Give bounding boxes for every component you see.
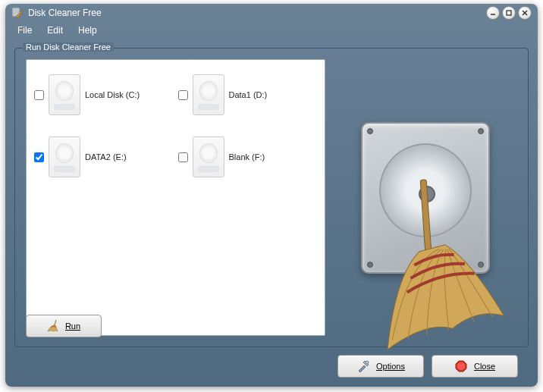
stop-icon (454, 359, 468, 373)
svg-point-7 (366, 361, 369, 364)
content-area: Run Disk Cleaner Free Local Disk (C:) Da… (5, 39, 538, 387)
run-button-label: Run (65, 321, 80, 331)
menu-help[interactable]: Help (72, 24, 103, 37)
drive-item: DATA2 (E:) (34, 133, 174, 181)
menu-file[interactable]: File (11, 24, 38, 37)
drive-label: Blank (F:) (229, 152, 265, 162)
drive-list-panel: Local Disk (C:) Data1 (D:) DATA2 (E:) (26, 59, 325, 336)
close-button[interactable]: Close (432, 355, 518, 378)
drive-checkbox-d[interactable] (178, 90, 188, 100)
tools-icon (356, 359, 370, 373)
menubar: File Edit Help (5, 23, 538, 39)
svg-rect-2 (507, 11, 511, 15)
drive-checkbox-f[interactable] (178, 152, 188, 162)
minimize-icon (490, 10, 496, 16)
harddisk-icon (193, 74, 224, 115)
harddisk-icon (49, 74, 80, 115)
drive-label: Data1 (D:) (229, 90, 268, 99)
hero-illustration (333, 59, 517, 336)
drive-label: DATA2 (E:) (85, 152, 127, 162)
close-window-button[interactable] (518, 6, 532, 20)
close-icon (522, 10, 528, 16)
drive-checkbox-c[interactable] (34, 90, 44, 100)
run-groupbox: Run Disk Cleaner Free Local Disk (C:) Da… (14, 48, 529, 347)
drive-item: Blank (F:) (178, 133, 318, 181)
groupbox-label: Run Disk Cleaner Free (23, 42, 114, 52)
window-controls (486, 6, 532, 20)
titlebar: Disk Cleaner Free (5, 4, 538, 23)
drive-item: Local Disk (C:) (34, 71, 174, 119)
broom-icon (47, 320, 59, 332)
app-icon (11, 7, 24, 19)
close-button-label: Close (474, 362, 495, 371)
drive-label: Local Disk (C:) (85, 90, 140, 99)
harddisk-icon (193, 136, 224, 177)
minimize-button[interactable] (486, 6, 500, 20)
broom-icon (326, 163, 520, 362)
app-title: Disk Cleaner Free (28, 8, 486, 18)
options-button-label: Options (376, 362, 405, 371)
maximize-icon (506, 10, 512, 16)
harddisk-icon (49, 136, 80, 177)
drive-item: Data1 (D:) (178, 71, 318, 119)
drive-checkbox-e[interactable] (34, 152, 44, 162)
run-button[interactable]: Run (26, 315, 102, 337)
svg-rect-5 (420, 179, 432, 255)
app-window: Disk Cleaner Free File Edit Help Run Dis… (5, 4, 538, 387)
footer: Options Close (14, 347, 529, 378)
maximize-button[interactable] (502, 6, 516, 20)
svg-marker-9 (457, 362, 465, 370)
menu-edit[interactable]: Edit (41, 24, 69, 37)
